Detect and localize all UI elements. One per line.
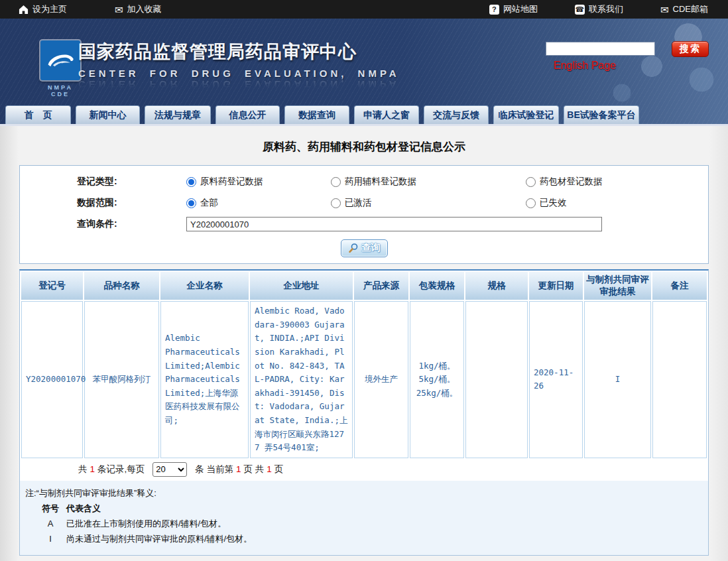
contact-link[interactable]: ☎ 联系我们: [575, 3, 623, 15]
reg-type-row: 登记类型: 原料药登记数据 药用辅料登记数据 药包材登记数据: [20, 171, 708, 192]
tab-communication[interactable]: 交流与反馈: [424, 105, 489, 124]
site-header: NMPA CDE 国家药品监督管理局药品审评中心 CENTER FOR DRUG…: [0, 19, 728, 126]
note-title-text: 注:“与制剂共同审评审批结果”释义:: [25, 485, 156, 501]
table-row: Y20200001070 苯甲酸阿格列汀 Alembic Pharmaceuti…: [21, 301, 707, 458]
cell-spec: [465, 301, 528, 458]
site-title-block: 国家药品监督管理局药品审评中心 CENTER FOR DRUG EVALUATI…: [78, 40, 400, 90]
total-pages-number: 1: [267, 464, 272, 474]
cell-remark: [652, 301, 707, 458]
cde-mail-link[interactable]: ✉ CDE邮箱: [660, 3, 708, 15]
page-title: 原料药、药用辅料和药包材登记信息公示: [0, 126, 728, 155]
radio-scope-active-label: 已激活: [345, 197, 372, 209]
site-subtitle: CENTER FOR DRUG EVALUATION, NMPA: [78, 68, 400, 79]
tab-news[interactable]: 新闻中心: [76, 105, 140, 124]
radio-scope-all-label: 全部: [200, 197, 218, 209]
site-subtitle-reflection: CENTER FOR DRUG EVALUATION, NMPA: [78, 79, 400, 90]
tab-info-disclosure[interactable]: 信息公开: [215, 105, 280, 124]
topbar: 设为主页 ✉ 加入收藏 ? 网站地图 ☎ 联系我们 ✉ CDE邮箱: [0, 0, 728, 19]
site-title: 国家药品监督管理局药品审评中心: [78, 40, 400, 64]
pagination-text: 页 共: [244, 464, 265, 475]
total-records-count: 1: [90, 464, 95, 474]
tab-home[interactable]: 首 页: [5, 105, 71, 124]
col-company-address: 企业地址: [250, 272, 353, 300]
radio-packaging-data[interactable]: 药包材登记数据: [526, 176, 603, 188]
logo-caption: NMPA CDE: [38, 84, 82, 97]
sitemap-label: 网站地图: [503, 3, 538, 15]
mail-icon: ✉: [660, 5, 669, 15]
results-table: 登记号 品种名称 企业名称 企业地址 产品来源 包装规格 规格 更新日期 与制剂…: [20, 271, 708, 460]
radio-api-data-input[interactable]: [186, 177, 196, 187]
main-content: 原料药、药用辅料和药包材登记信息公示 登记类型: 原料药登记数据 药用辅料登记数…: [0, 126, 728, 561]
topbar-left-links: 设为主页 ✉ 加入收藏: [19, 3, 162, 15]
symbol-i: I: [34, 531, 66, 546]
pagination-text: 条 当前第: [195, 464, 233, 475]
table-header-row: 登记号 品种名称 企业名称 企业地址 产品来源 包装规格 规格 更新日期 与制剂…: [21, 272, 707, 300]
tab-data-query[interactable]: 数据查询: [284, 105, 349, 124]
scope-label: 数据范围:: [77, 197, 123, 209]
meaning-a: 已批准在上市制剂使用的原料/辅料/包材。: [66, 516, 226, 531]
legend-notes: 注:“与制剂共同审评审批结果”释义: 符号 代表含义 A 已批准在上市制剂使用的…: [20, 481, 708, 555]
english-page-link[interactable]: English Page: [554, 60, 616, 72]
query-condition-input[interactable]: [186, 217, 602, 231]
radio-excipient-data-label: 药用辅料登记数据: [345, 176, 416, 188]
query-button-label: 查询: [362, 242, 381, 254]
add-favorite-link[interactable]: ✉ 加入收藏: [115, 3, 162, 15]
radio-scope-all-input[interactable]: [186, 198, 196, 208]
magnifier-icon: [348, 243, 359, 253]
radio-scope-expired[interactable]: 已失效: [526, 197, 567, 209]
pagination-text: 条记录,每页: [97, 464, 145, 475]
cell-reg-no: Y20200001070: [21, 301, 83, 458]
symbol-header: 符号: [34, 501, 66, 516]
home-icon: [19, 5, 29, 15]
reg-type-label: 登记类型:: [77, 176, 123, 188]
cde-mail-label: CDE邮箱: [673, 3, 708, 15]
radio-excipient-data[interactable]: 药用辅料登记数据: [331, 176, 526, 188]
query-button[interactable]: 查询: [341, 239, 388, 257]
phone-icon: ☎: [575, 5, 585, 15]
tab-be-platform[interactable]: BE试验备案平台: [564, 105, 639, 124]
header-search-input[interactable]: [546, 42, 655, 56]
contact-label: 联系我们: [589, 3, 623, 15]
nmpa-cde-logo-icon: [40, 40, 80, 80]
radio-scope-active-input[interactable]: [331, 198, 341, 208]
radio-scope-all[interactable]: 全部: [186, 197, 331, 209]
radio-scope-expired-label: 已失效: [540, 197, 567, 209]
radio-packaging-data-input[interactable]: [526, 177, 536, 187]
cell-source: 境外生产: [354, 301, 408, 458]
col-product-name: 品种名称: [84, 272, 159, 300]
note-row-i: I 尚未通过与制剂共同审评审批的原料/辅料/包材。: [25, 531, 703, 546]
col-review-result: 与制剂共同审评审批结果: [584, 272, 651, 300]
radio-scope-expired-input[interactable]: [526, 198, 536, 208]
radio-packaging-data-label: 药包材登记数据: [540, 176, 603, 188]
add-favorite-label: 加入收藏: [127, 3, 162, 15]
set-homepage-label: 设为主页: [32, 3, 67, 15]
tab-clinical-trial[interactable]: 临床试验登记: [493, 105, 559, 124]
sitemap-link[interactable]: ? 网站地图: [489, 3, 538, 15]
cell-company-name: Alembic Pharmaceuticals Limited;Alembic …: [160, 301, 249, 458]
results-panel: 登记号 品种名称 企业名称 企业地址 产品来源 包装规格 规格 更新日期 与制剂…: [19, 269, 709, 556]
tab-applicant-window[interactable]: 申请人之窗: [354, 105, 419, 124]
header-search-button[interactable]: 搜索: [672, 41, 709, 57]
query-form: 登记类型: 原料药登记数据 药用辅料登记数据 药包材登记数据 数据范围: 全部: [19, 165, 709, 264]
cell-company-address: Alembic Road, Vadodara-390003 Gujarat, I…: [250, 301, 353, 458]
radio-excipient-data-input[interactable]: [331, 177, 341, 187]
cell-update-date: 2020-11-26: [529, 301, 583, 458]
symbol-a: A: [34, 516, 66, 531]
site-logo[interactable]: NMPA CDE: [38, 40, 82, 97]
col-company-name: 企业名称: [160, 272, 249, 300]
radio-api-data[interactable]: 原料药登记数据: [186, 176, 331, 188]
radio-scope-active[interactable]: 已激活: [331, 197, 526, 209]
main-navigation: 首 页 新闻中心 法规与规章 信息公开 数据查询 申请人之窗 交流与反馈 临床试…: [0, 104, 728, 124]
pagination-text: 共: [78, 464, 88, 475]
set-homepage-link[interactable]: 设为主页: [19, 3, 67, 15]
scope-row: 数据范围: 全部 已激活 已失效: [20, 192, 708, 214]
tab-regulations[interactable]: 法规与规章: [145, 105, 211, 124]
query-condition-label: 查询条件:: [77, 218, 123, 230]
envelope-icon: ✉: [115, 5, 123, 15]
col-spec: 规格: [465, 272, 528, 300]
current-page-number: 1: [236, 464, 241, 474]
page-size-select[interactable]: 20: [152, 462, 187, 477]
topbar-right-links: ? 网站地图 ☎ 联系我们 ✉ CDE邮箱: [489, 3, 708, 15]
meaning-i: 尚未通过与制剂共同审评审批的原料/辅料/包材。: [66, 531, 252, 546]
col-update-date: 更新日期: [529, 272, 583, 300]
